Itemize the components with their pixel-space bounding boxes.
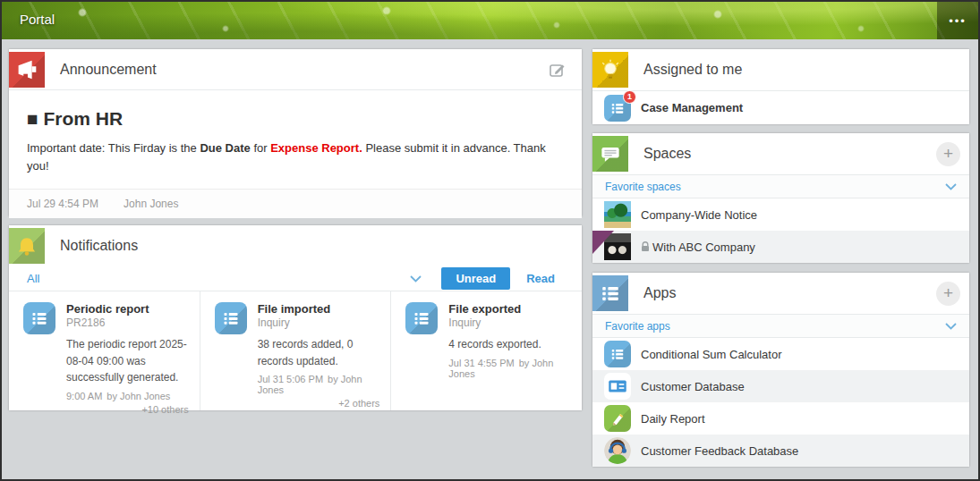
notifications-header: Notifications: [9, 225, 582, 266]
megaphone-icon: [9, 52, 45, 88]
favorite-spaces-bar: Favorite spaces: [592, 174, 969, 198]
app-list-icon: [23, 302, 55, 334]
space-name-text: With ABC Company: [652, 240, 755, 254]
notification-meta: Jul 31 5:06 PMby John Jones: [258, 374, 380, 395]
favorite-spaces-link[interactable]: Favorite spaces: [605, 181, 681, 193]
notification-meta: 9:00 AMby John Jones: [66, 391, 189, 401]
notifications-widget: Notifications All Unread Read Periodic r…: [9, 225, 582, 410]
assigned-item-case-management[interactable]: 1 Case Management: [592, 90, 969, 124]
notification-meta: Jul 31 4:55 PMby John Jones: [448, 358, 571, 379]
announcement-author: John Jones: [124, 198, 178, 210]
notification-title: File exported: [448, 302, 571, 316]
apps-widget: Apps + Favorite apps Conditional Sum Cal…: [592, 273, 969, 467]
edit-announcement-button[interactable]: [548, 60, 567, 83]
notification-title: File imported: [258, 302, 380, 316]
notification-others: +10 others: [66, 404, 189, 415]
notification-text: 38 records added, 0 records updated.: [258, 336, 380, 369]
assigned-item-label: Case Management: [641, 101, 743, 114]
spaces-widget: Spaces + Favorite spaces Company-Wide No…: [592, 133, 969, 263]
announcement-header: Announcement: [9, 49, 582, 90]
apps-header: Apps +: [592, 273, 969, 314]
portal-body: Announcement ■ From HR Important date: T…: [2, 39, 978, 476]
assigned-widget: Assigned to me 1 Case Management: [592, 49, 969, 124]
space-item-with-abc-company[interactable]: With ABC Company: [592, 231, 969, 263]
pencil-icon: [604, 405, 631, 432]
announcement-timestamp: Jul 29 4:54 PM: [27, 198, 98, 210]
favorite-apps-link[interactable]: Favorite apps: [605, 320, 670, 333]
notification-content: File exported Inquiry 4 records exported…: [448, 302, 571, 403]
message-highlight-text: Expense Report.: [270, 141, 362, 155]
chevron-down-icon[interactable]: [945, 323, 957, 330]
app-name: Daily Report: [641, 412, 705, 426]
assigned-header: Assigned to me: [592, 49, 969, 90]
notification-content: File imported Inquiry 38 records added, …: [258, 302, 380, 403]
page-title: Portal: [20, 12, 55, 27]
lightbulb-icon: [592, 52, 628, 88]
speech-bubble-icon: [592, 136, 628, 172]
app-item-daily-report[interactable]: Daily Report: [592, 402, 969, 435]
app-item-customer-feedback-database[interactable]: Customer Feedback Database: [592, 435, 969, 467]
unread-count-badge: 1: [623, 90, 636, 104]
notification-title: Periodic report: [66, 302, 189, 316]
notification-card[interactable]: Periodic report PR2186 The periodic repo…: [9, 291, 200, 410]
avatar-icon: [604, 437, 631, 464]
left-column: Announcement ■ From HR Important date: T…: [9, 49, 582, 476]
notification-cards: Periodic report PR2186 The periodic repo…: [9, 291, 582, 410]
app-name: Customer Feedback Database: [641, 444, 798, 458]
notification-app-name: PR2186: [66, 316, 189, 329]
spaces-title: Spaces: [643, 146, 691, 162]
announcement-body: ■ From HR Important date: This Firday is…: [9, 90, 582, 189]
announcement-widget: Announcement ■ From HR Important date: T…: [9, 49, 582, 216]
bell-icon: [9, 228, 45, 264]
plus-icon: +: [943, 283, 953, 302]
app-name: Customer Database: [641, 380, 745, 393]
notification-card[interactable]: File exported Inquiry 4 records exported…: [390, 291, 582, 410]
lock-icon: [641, 241, 650, 252]
apps-title: Apps: [643, 285, 676, 301]
app-icon-with-badge: 1: [604, 95, 631, 122]
notification-time: Jul 31 4:55 PM: [448, 358, 514, 368]
portal-banner: Portal •••: [2, 2, 978, 39]
spaces-header: Spaces +: [592, 133, 969, 174]
app-item-conditional-sum-calculator[interactable]: Conditional Sum Calculator: [592, 338, 969, 370]
announcement-title: Announcement: [60, 62, 157, 78]
space-item-company-wide-notice[interactable]: Company-Wide Notice: [592, 198, 969, 231]
notifications-title: Notifications: [60, 238, 138, 254]
filter-all-link[interactable]: All: [27, 272, 39, 285]
id-card-icon: [604, 373, 631, 400]
app-item-customer-database[interactable]: Customer Database: [592, 370, 969, 402]
notification-time: 9:00 AM: [66, 391, 102, 401]
space-name: With ABC Company: [641, 240, 755, 254]
notification-others: +2 others: [258, 398, 380, 409]
apps-list-icon: [592, 275, 628, 311]
filter-read-button[interactable]: Read: [514, 267, 567, 290]
announcement-message: Important date: This Firday is the Due D…: [27, 139, 564, 174]
add-space-button[interactable]: +: [936, 142, 960, 166]
announcement-heading: ■ From HR: [27, 108, 564, 130]
app-list-icon: [604, 341, 631, 367]
notification-time: Jul 31 5:06 PM: [258, 374, 323, 384]
plus-icon: +: [943, 144, 953, 163]
notification-content: Periodic report PR2186 The periodic repo…: [66, 302, 189, 403]
assigned-title: Assigned to me: [643, 62, 742, 78]
message-text: Important date: This Firday is the: [27, 141, 200, 155]
announcement-footer: Jul 29 4:54 PM John Jones: [9, 189, 582, 218]
chevron-down-icon[interactable]: [945, 183, 957, 190]
portal-options-button[interactable]: •••: [937, 2, 978, 39]
notification-app-name: Inquiry: [258, 316, 380, 329]
notification-author: by John Jones: [107, 391, 170, 401]
edit-icon: [548, 60, 567, 80]
app-list-icon: [215, 302, 247, 334]
space-name: Company-Wide Notice: [641, 208, 757, 222]
app-list-icon: [405, 302, 438, 334]
message-text: for: [251, 141, 270, 155]
notifications-filter-bar: All Unread Read: [9, 266, 582, 291]
notification-text: 4 records exported.: [448, 336, 571, 353]
notification-app-name: Inquiry: [448, 316, 571, 329]
filter-unread-button[interactable]: Unread: [441, 267, 510, 290]
app-name: Conditional Sum Calculator: [641, 348, 782, 361]
chevron-down-icon[interactable]: [410, 275, 422, 283]
notification-card[interactable]: File imported Inquiry 38 records added, …: [200, 291, 391, 410]
message-bold-text: Due Date: [200, 141, 250, 155]
add-app-button[interactable]: +: [936, 282, 960, 306]
